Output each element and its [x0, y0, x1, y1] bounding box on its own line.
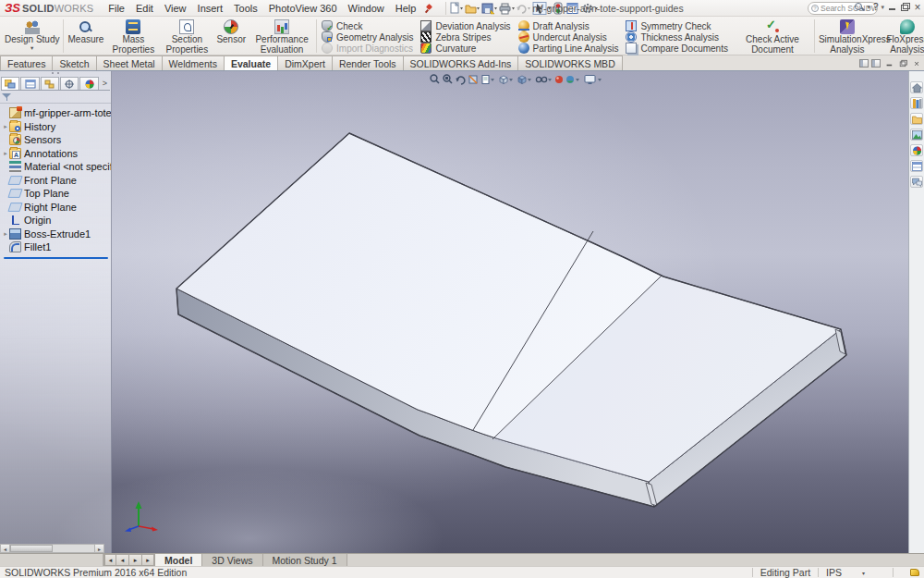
zoom-to-fit-icon[interactable] — [431, 75, 439, 83]
menu-photoview360[interactable]: PhotoView 360 — [263, 1, 343, 16]
menu-tools[interactable]: Tools — [228, 1, 263, 16]
filter-funnel-icon[interactable] — [2, 92, 12, 102]
tab-solidworks-add-ins[interactable]: SOLIDWORKS Add-Ins — [404, 55, 519, 70]
undercut-analysis-button[interactable]: Undercut Analysis — [518, 31, 619, 43]
tab-weldments[interactable]: Weldments — [163, 55, 225, 70]
search-caret-icon[interactable]: ▾ — [867, 4, 870, 11]
tree-item-top-plane[interactable]: Top Plane — [2, 187, 111, 201]
tree-item-fillet1[interactable]: Fillet1 — [2, 240, 111, 254]
panel-collapse-chevron[interactable]: > — [100, 77, 110, 90]
parting-line-analysis-button[interactable]: Parting Line Analysis — [518, 43, 619, 54]
tab-features[interactable]: Features — [0, 55, 53, 70]
help-button[interactable]: ? — [872, 2, 880, 12]
expand-icon[interactable]: ▸ — [2, 230, 9, 238]
previous-tab-icon[interactable]: ◂ — [116, 554, 129, 566]
scrollbar-thumb[interactable] — [10, 545, 53, 552]
doc-minimize-button[interactable] — [884, 58, 894, 68]
tags-icon[interactable] — [910, 569, 919, 576]
check-active-document-button[interactable]: Check Active Document ▾ — [732, 18, 813, 55]
deviation-analysis-button[interactable]: Deviation Analysis — [420, 20, 510, 31]
close-button[interactable]: × — [912, 1, 923, 13]
tree-item-origin[interactable]: Origin — [2, 214, 111, 228]
geometry-analysis-button[interactable]: Geometry Analysis — [322, 31, 413, 43]
menu-window[interactable]: Window — [343, 1, 390, 16]
section-properties-button[interactable]: Section Properties — [160, 18, 213, 55]
pane-right-icon[interactable] — [871, 59, 881, 68]
forum-button[interactable] — [910, 176, 923, 188]
tab-sketch[interactable]: Sketch — [53, 55, 96, 70]
home-button[interactable] — [910, 81, 923, 93]
sensor-button[interactable]: Sensor — [213, 18, 249, 55]
tree-item-right-plane[interactable]: Right Plane — [2, 201, 111, 215]
tree-root-part[interactable]: mf-gripper-arm-tote-support-guides — [2, 106, 111, 120]
dynamic-annotation-views-icon[interactable] — [482, 76, 494, 84]
scroll-right-icon[interactable]: ▸ — [94, 545, 103, 552]
custom-properties-button[interactable] — [910, 160, 923, 172]
appearances-button[interactable] — [910, 144, 923, 156]
tab-propertymanager[interactable] — [20, 77, 39, 90]
tab-3d-views[interactable]: 3D Views — [202, 554, 262, 566]
measure-button[interactable]: Measure — [65, 18, 106, 55]
tab-configurationmanager[interactable] — [41, 77, 59, 90]
panel-splitter-handle[interactable] — [48, 72, 63, 75]
mass-properties-button[interactable]: Mass Properties — [106, 18, 160, 55]
search-icon[interactable] — [854, 2, 865, 13]
units-selector[interactable]: IPS — [826, 567, 842, 578]
viewport[interactable]: > mf-gripper-arm-tote-support-guides ▸ H… — [0, 71, 924, 553]
pin-menu-icon[interactable] — [425, 4, 434, 13]
menu-edit[interactable]: Edit — [130, 1, 159, 16]
draft-analysis-button[interactable]: Draft Analysis — [518, 20, 619, 31]
new-document-button[interactable] — [451, 3, 463, 13]
menu-view[interactable]: View — [159, 1, 192, 16]
doc-close-button[interactable]: × — [912, 58, 921, 68]
display-style-icon[interactable] — [518, 76, 531, 84]
file-explorer-button[interactable] — [910, 113, 923, 125]
tree-item-sensors[interactable]: Sensors — [2, 133, 111, 147]
tab-render-tools[interactable]: Render Tools — [333, 55, 404, 70]
thickness-analysis-button[interactable]: Thickness Analysis — [626, 31, 727, 43]
curvature-button[interactable]: Curvature — [420, 43, 510, 54]
previous-view-icon[interactable] — [456, 77, 465, 84]
check-button[interactable]: Check — [322, 20, 413, 31]
minimize-button[interactable] — [886, 1, 897, 13]
tree-item-material[interactable]: Material <not specified> — [2, 160, 111, 174]
open-document-button[interactable] — [466, 6, 480, 13]
design-study-button[interactable]: Design Study ▾ — [2, 18, 62, 55]
tab-solidworks-mbd[interactable]: SOLIDWORKS MBD — [518, 55, 622, 70]
scroll-left-icon[interactable]: ◂ — [1, 545, 10, 552]
view-palette-button[interactable] — [910, 129, 923, 141]
first-tab-icon[interactable]: ◂ — [103, 554, 116, 566]
performance-evaluation-button[interactable]: Performance Evaluation — [249, 18, 315, 55]
menu-insert[interactable]: Insert — [192, 1, 229, 16]
last-tab-icon[interactable]: ▸ — [142, 554, 155, 566]
design-library-button[interactable] — [910, 97, 923, 109]
zebra-stripes-button[interactable]: Zebra Stripes — [420, 31, 510, 43]
menu-file[interactable]: File — [103, 1, 130, 16]
tab-model[interactable]: Model — [155, 554, 202, 566]
floxpress-button[interactable]: FloXpress Analysis Wizard — [879, 18, 924, 55]
tab-sheet-metal[interactable]: Sheet Metal — [97, 55, 163, 70]
help-caret-icon[interactable]: ▾ — [881, 4, 884, 11]
hide-show-items-icon[interactable] — [536, 77, 552, 81]
expand-icon[interactable]: ▸ — [2, 123, 9, 130]
tree-item-boss-extrude1[interactable]: ▸ Boss-Extrude1 — [2, 228, 111, 241]
next-tab-icon[interactable]: ▸ — [129, 554, 142, 566]
pane-left-icon[interactable] — [859, 59, 869, 68]
tree-item-annotations[interactable]: ▸ Annotations — [2, 147, 111, 161]
menu-help[interactable]: Help — [390, 1, 422, 16]
expand-icon[interactable]: ▸ — [2, 150, 9, 157]
apply-scene-icon[interactable] — [566, 76, 579, 83]
simulationxpress-button[interactable]: SimulationXpress Analysis Wizard — [816, 18, 879, 55]
rollback-bar[interactable] — [4, 257, 108, 259]
edit-appearance-icon[interactable] — [555, 76, 563, 83]
tab-evaluate[interactable]: Evaluate — [225, 55, 278, 70]
save-button[interactable] — [482, 4, 497, 14]
tab-dimxpertmanager[interactable] — [60, 77, 79, 90]
zoom-to-area-icon[interactable] — [444, 75, 452, 83]
tree-item-history[interactable]: ▸ History — [2, 120, 111, 134]
tree-horizontal-scrollbar[interactable]: ◂ ▸ — [0, 544, 104, 553]
view-orientation-icon[interactable] — [500, 76, 513, 84]
tab-dimxpert[interactable]: DimXpert — [278, 55, 333, 70]
restore-button[interactable] — [899, 1, 910, 13]
tab-featuremanager-tree[interactable] — [1, 77, 19, 90]
